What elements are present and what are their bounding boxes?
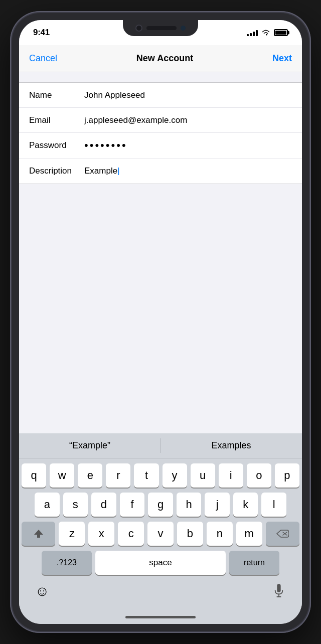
key-m[interactable]: m xyxy=(236,522,262,546)
email-field[interactable]: j.appleseed@example.com xyxy=(84,115,292,125)
phone-frame: 9:41 xyxy=(10,11,311,633)
key-k[interactable]: k xyxy=(233,493,258,517)
key-r[interactable]: r xyxy=(106,463,130,488)
key-t[interactable]: t xyxy=(134,463,158,488)
face-id-dot xyxy=(181,26,186,31)
content-area xyxy=(19,184,302,433)
camera xyxy=(135,25,142,32)
shift-icon xyxy=(33,529,44,539)
delete-key[interactable] xyxy=(266,522,299,546)
description-label: Description xyxy=(29,166,84,176)
home-indicator xyxy=(19,610,302,624)
delete-icon xyxy=(276,529,289,539)
autocomplete-item-0[interactable]: “Example” xyxy=(19,433,160,458)
next-button[interactable]: Next xyxy=(272,53,292,64)
email-label: Email xyxy=(29,115,84,125)
key-b[interactable]: b xyxy=(177,522,203,546)
key-a[interactable]: a xyxy=(35,493,60,517)
signal-icon xyxy=(247,29,258,36)
key-w[interactable]: w xyxy=(50,463,74,488)
nav-bar: Cancel New Account Next xyxy=(19,45,302,72)
key-p[interactable]: p xyxy=(275,463,299,488)
status-icons xyxy=(247,29,288,36)
mic-button[interactable] xyxy=(270,582,288,600)
key-d[interactable]: d xyxy=(91,493,116,517)
form-spacer xyxy=(19,72,302,82)
key-row-1: q w e r t y u i o p xyxy=(22,463,299,488)
mic-icon xyxy=(273,584,284,599)
key-g[interactable]: g xyxy=(148,493,173,517)
space-key[interactable]: space xyxy=(95,551,226,575)
key-i[interactable]: i xyxy=(219,463,243,488)
key-n[interactable]: n xyxy=(207,522,233,546)
key-x[interactable]: x xyxy=(88,522,114,546)
emoji-icon: ☺ xyxy=(35,583,50,599)
key-row-3: z x c v b n m xyxy=(22,522,299,546)
key-q[interactable]: q xyxy=(22,463,46,488)
keyboard-rows: q w e r t y u i o p a s d f g xyxy=(19,458,302,577)
key-f[interactable]: f xyxy=(120,493,145,517)
key-v[interactable]: v xyxy=(147,522,174,546)
key-l[interactable]: l xyxy=(261,493,286,517)
password-field[interactable]: •••••••• xyxy=(84,139,292,152)
page-title: New Account xyxy=(136,53,193,64)
numbers-key[interactable]: .?123 xyxy=(42,551,92,575)
svg-rect-2 xyxy=(277,584,280,592)
key-h[interactable]: h xyxy=(177,493,202,517)
key-u[interactable]: u xyxy=(191,463,215,488)
autocomplete-bar: “Example” Examples xyxy=(19,433,302,458)
return-key[interactable]: return xyxy=(229,551,279,575)
key-c[interactable]: c xyxy=(118,522,144,546)
cancel-button[interactable]: Cancel xyxy=(29,53,57,64)
keyboard-bottom-bar: ☺ xyxy=(19,577,302,606)
battery-icon xyxy=(274,29,288,36)
email-row: Email j.appleseed@example.com xyxy=(19,108,302,133)
key-row-2: a s d f g h j k l xyxy=(22,493,299,517)
key-j[interactable]: j xyxy=(205,493,230,517)
key-s[interactable]: s xyxy=(63,493,88,517)
speaker xyxy=(146,26,177,30)
keyboard: “Example” Examples q w e r t y u i xyxy=(19,433,302,610)
screen: 9:41 xyxy=(19,20,302,624)
key-z[interactable]: z xyxy=(59,522,85,546)
key-e[interactable]: e xyxy=(78,463,102,488)
status-time: 9:41 xyxy=(33,28,50,38)
emoji-button[interactable]: ☺ xyxy=(33,582,51,600)
key-o[interactable]: o xyxy=(247,463,271,488)
password-row: Password •••••••• xyxy=(19,133,302,158)
name-row: Name John Appleseed xyxy=(19,83,302,108)
shift-key[interactable] xyxy=(22,522,55,546)
description-field[interactable]: Example xyxy=(84,166,292,176)
key-y[interactable]: y xyxy=(163,463,187,488)
name-field[interactable]: John Appleseed xyxy=(84,90,292,100)
notch xyxy=(123,20,198,36)
name-label: Name xyxy=(29,90,84,100)
description-row: Description Example xyxy=(19,158,302,184)
password-label: Password xyxy=(29,140,84,150)
autocomplete-item-1[interactable]: Examples xyxy=(160,433,302,458)
form-group: Name John Appleseed Email j.appleseed@ex… xyxy=(19,82,302,184)
key-row-4: .?123 space return xyxy=(22,551,299,575)
wifi-icon xyxy=(261,29,270,36)
home-bar xyxy=(125,616,196,618)
